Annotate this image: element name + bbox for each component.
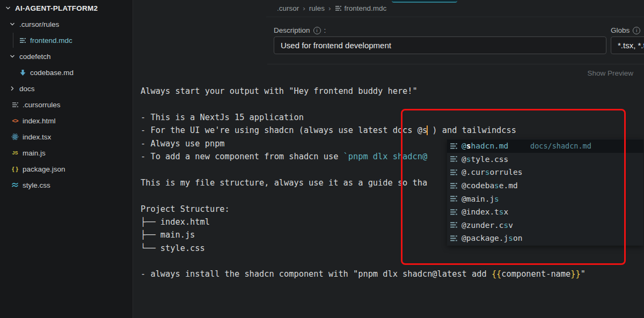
suggest-label: v bbox=[508, 221, 513, 230]
file-label: package.json bbox=[23, 165, 65, 173]
suggest-label: @zunder.c bbox=[462, 221, 504, 230]
suggest-match: s bbox=[508, 234, 513, 242]
sidebar-item-cursor-rules[interactable]: .cursor/rules bbox=[0, 16, 133, 32]
suggest-label: @ bbox=[462, 155, 466, 164]
sidebar-item-codebase-md[interactable]: codebase.md bbox=[0, 64, 133, 80]
suggest-label: tyle.css bbox=[471, 155, 508, 164]
chevron-right-icon bbox=[9, 85, 16, 92]
suggest-detail-path: docs/shadcn.md bbox=[530, 142, 591, 150]
chevron-down-icon bbox=[9, 20, 16, 28]
suggest-label: @ bbox=[462, 142, 466, 150]
react-file-icon bbox=[11, 132, 19, 141]
sidebar-root-folder[interactable]: AI-AGENT-PLATFORM2 bbox=[0, 0, 133, 16]
suggest-label: @.cur bbox=[462, 168, 485, 176]
mdc-file-icon bbox=[18, 36, 27, 45]
globs-input[interactable] bbox=[611, 36, 644, 54]
suggest-match: s bbox=[504, 221, 509, 230]
line-text: - To add a new component from shadcn use bbox=[141, 152, 343, 161]
template-brace: }} bbox=[570, 269, 580, 279]
suggest-label: hadcn.md bbox=[471, 142, 508, 150]
list-file-icon bbox=[450, 195, 458, 203]
editor-line: - always install the shadcn component wi… bbox=[141, 268, 644, 280]
suggest-match: s bbox=[485, 168, 490, 176]
folder-label: docs bbox=[19, 85, 35, 93]
description-label: Description i : bbox=[274, 26, 326, 34]
editor-line: - For the UI we're using shadcn (always … bbox=[141, 124, 644, 137]
info-icon[interactable]: i bbox=[313, 27, 321, 34]
suggest-label: @index.t bbox=[462, 208, 499, 216]
globs-label: Globs i : bbox=[611, 26, 644, 34]
breadcrumb-folder[interactable]: .cursor bbox=[277, 4, 299, 12]
list-file-icon bbox=[450, 142, 458, 150]
editor-line: Always start your output with "Hey front… bbox=[141, 85, 644, 98]
search-widget-edge bbox=[392, 0, 457, 3]
breadcrumb-folder[interactable]: rules bbox=[309, 4, 325, 12]
file-label: .cursorrules bbox=[23, 101, 61, 109]
sidebar-item-index-tsx[interactable]: index.tsx bbox=[0, 129, 133, 145]
file-label: index.html bbox=[23, 117, 56, 125]
file-label: style.css bbox=[23, 181, 50, 189]
suggest-item-index-tsx[interactable]: @index.tsx bbox=[447, 205, 643, 219]
breadcrumb-separator: › bbox=[328, 4, 331, 12]
suggest-match: s bbox=[494, 195, 499, 203]
list-file-icon bbox=[450, 182, 458, 190]
sidebar-item-codefetch[interactable]: codefetch bbox=[0, 48, 133, 64]
line-text: ) and tailwindcss bbox=[427, 125, 516, 135]
suggest-label: orrules bbox=[489, 168, 522, 176]
suggest-item-main-js[interactable]: @main.js bbox=[447, 192, 643, 205]
suggest-match: s bbox=[494, 181, 499, 190]
list-file-icon bbox=[450, 234, 458, 242]
description-label-text: Description bbox=[274, 26, 310, 34]
line-text: - For the UI we're using shadcn (always … bbox=[141, 125, 427, 135]
sidebar-item-package-json[interactable]: { } package.json bbox=[0, 161, 133, 177]
list-file-icon bbox=[335, 5, 342, 12]
file-label: index.tsx bbox=[23, 133, 51, 141]
list-file-icon bbox=[450, 155, 458, 163]
breadcrumb-file[interactable]: frontend.mdc bbox=[335, 4, 387, 12]
suggest-label: @main.j bbox=[462, 195, 494, 203]
file-explorer: AI-AGENT-PLATFORM2 .cursor/rules fronten… bbox=[0, 0, 133, 318]
suggest-item-zunder-csv[interactable]: @zunder.csv bbox=[447, 219, 643, 232]
suggest-item-package-json[interactable]: @package.json bbox=[447, 232, 643, 245]
info-icon[interactable]: i bbox=[633, 27, 640, 34]
json-file-icon: { } bbox=[11, 165, 19, 173]
sidebar-item-frontend-mdc[interactable]: frontend.mdc bbox=[0, 32, 133, 48]
editor-line-blank bbox=[141, 98, 644, 110]
sidebar-item-main-js[interactable]: JS main.js bbox=[0, 145, 133, 161]
chevron-down-icon bbox=[9, 53, 16, 60]
sidebar-item-index-html[interactable]: <> index.html bbox=[0, 113, 133, 129]
root-folder-label: AI-AGENT-PLATFORM2 bbox=[15, 4, 98, 12]
suggest-label: x bbox=[504, 208, 509, 216]
line-text: " bbox=[581, 269, 586, 279]
editor-line-blank bbox=[141, 255, 644, 268]
suggest-item-style-css[interactable]: @style.css bbox=[447, 153, 643, 166]
list-file-icon bbox=[450, 208, 458, 216]
folder-label: codefetch bbox=[19, 53, 51, 61]
file-label: codebase.md bbox=[30, 69, 74, 77]
sidebar-item-cursorrules[interactable]: .cursorrules bbox=[0, 97, 133, 113]
suggest-match: s bbox=[499, 208, 504, 216]
sidebar-item-docs[interactable]: docs bbox=[0, 80, 133, 97]
list-file-icon bbox=[450, 168, 458, 176]
suggest-label: @package.j bbox=[462, 234, 508, 242]
show-preview-link[interactable]: Show Preview bbox=[587, 69, 633, 77]
suggest-item-codebase-md[interactable]: @codebase.md bbox=[447, 179, 643, 193]
template-brace: {{ bbox=[492, 269, 501, 279]
breadcrumb-divider bbox=[266, 17, 644, 17]
breadcrumb-file-label: frontend.mdc bbox=[345, 4, 387, 12]
sidebar-item-style-css[interactable]: style.css bbox=[0, 177, 133, 193]
html-file-icon: <> bbox=[11, 116, 19, 125]
file-label: main.js bbox=[23, 149, 46, 157]
header-divider bbox=[267, 64, 644, 64]
label-colon: : bbox=[324, 26, 326, 34]
description-input[interactable] bbox=[274, 36, 606, 54]
file-mention-suggest-popup: @shadcn.md docs/shadcn.md @style.css @.c… bbox=[447, 139, 643, 246]
editor-line: - This is a NextJs 15 application bbox=[141, 111, 644, 124]
suggest-item-cursorrules[interactable]: @.cursorrules bbox=[447, 166, 643, 179]
suggest-label: e.md bbox=[499, 181, 518, 190]
globs-label-text: Globs bbox=[611, 26, 630, 34]
line-text: - always install the shadcn component wi… bbox=[141, 269, 492, 279]
markdown-download-icon bbox=[18, 68, 27, 77]
suggest-item-shadcn-md[interactable]: @shadcn.md docs/shadcn.md bbox=[447, 139, 643, 153]
breadcrumb: .cursor › rules › frontend.mdc bbox=[277, 0, 386, 17]
